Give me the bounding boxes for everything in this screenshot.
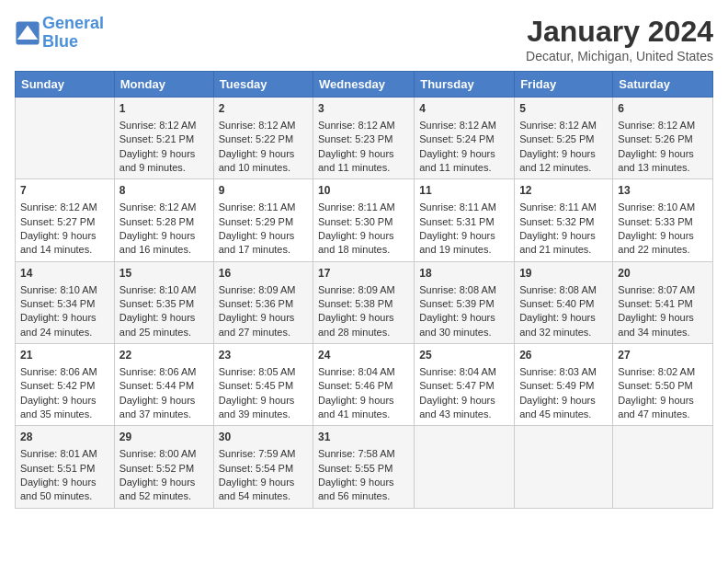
day-number: 27 [618, 348, 708, 363]
day-number: 23 [219, 348, 308, 363]
calendar-cell: 5Sunrise: 8:12 AMSunset: 5:25 PMDaylight… [515, 98, 613, 179]
cell-text: Sunrise: 7:59 AM [219, 447, 308, 461]
cell-text: Sunrise: 8:12 AM [119, 201, 209, 214]
day-number: 25 [419, 348, 509, 363]
calendar-week-row: 1Sunrise: 8:12 AMSunset: 5:21 PMDaylight… [16, 98, 713, 179]
cell-text: Daylight: 9 hours [20, 476, 109, 489]
calendar-cell: 13Sunrise: 8:10 AMSunset: 5:33 PMDayligh… [613, 179, 713, 261]
cell-text: and 16 minutes. [119, 243, 209, 257]
cell-text: Sunrise: 8:12 AM [618, 119, 708, 132]
cell-text: Sunset: 5:51 PM [20, 462, 109, 476]
calendar-cell: 10Sunrise: 8:11 AMSunset: 5:30 PMDayligh… [313, 179, 415, 261]
cell-text: Sunset: 5:24 PM [419, 132, 509, 146]
day-number: 26 [519, 348, 608, 363]
calendar-cell: 22Sunrise: 8:06 AMSunset: 5:44 PMDayligh… [114, 344, 213, 426]
calendar-cell: 4Sunrise: 8:12 AMSunset: 5:24 PMDaylight… [415, 98, 515, 179]
cell-text: and 11 minutes. [419, 161, 509, 175]
cell-text: and 25 minutes. [119, 326, 209, 339]
cell-text: and 50 minutes. [20, 489, 109, 503]
day-number: 18 [419, 266, 509, 282]
calendar-cell: 14Sunrise: 8:10 AMSunset: 5:34 PMDayligh… [16, 261, 115, 343]
day-number: 21 [20, 348, 109, 363]
calendar-cell: 2Sunrise: 8:12 AMSunset: 5:22 PMDaylight… [213, 98, 313, 179]
day-number: 2 [219, 101, 308, 117]
cell-text: Daylight: 9 hours [318, 311, 409, 325]
calendar-cell: 8Sunrise: 8:12 AMSunset: 5:28 PMDaylight… [114, 179, 213, 261]
cell-text: and 13 minutes. [618, 161, 708, 175]
cell-text: Daylight: 9 hours [618, 394, 708, 408]
cell-text: Sunrise: 8:02 AM [618, 365, 708, 379]
cell-text: and 27 minutes. [219, 326, 308, 339]
cell-text: and 35 minutes. [20, 408, 109, 421]
day-of-week-header: Friday [515, 72, 613, 98]
calendar-week-row: 7Sunrise: 8:12 AMSunset: 5:27 PMDaylight… [16, 179, 713, 261]
cell-text: Daylight: 9 hours [519, 394, 608, 408]
cell-text: Daylight: 9 hours [119, 394, 209, 408]
cell-text: Sunset: 5:55 PM [318, 462, 409, 476]
calendar-cell: 7Sunrise: 8:12 AMSunset: 5:27 PMDaylight… [16, 179, 115, 261]
cell-text: and 24 minutes. [20, 326, 109, 339]
day-number: 16 [219, 266, 308, 282]
cell-text: Sunrise: 8:08 AM [419, 283, 509, 297]
cell-text: and 18 minutes. [318, 243, 409, 257]
cell-text: Sunset: 5:32 PM [519, 215, 608, 229]
calendar-cell: 24Sunrise: 8:04 AMSunset: 5:46 PMDayligh… [313, 344, 415, 426]
logo-line1: General [42, 14, 104, 32]
cell-text: Sunrise: 8:07 AM [618, 283, 708, 297]
cell-text: Daylight: 9 hours [419, 311, 509, 325]
day-number: 8 [119, 183, 209, 199]
cell-text: Daylight: 9 hours [618, 229, 708, 243]
cell-text: Daylight: 9 hours [519, 311, 608, 325]
calendar-body: 1Sunrise: 8:12 AMSunset: 5:21 PMDaylight… [16, 98, 713, 509]
cell-text: Sunset: 5:28 PM [119, 215, 209, 229]
calendar-week-row: 21Sunrise: 8:06 AMSunset: 5:42 PMDayligh… [16, 344, 713, 426]
cell-text: Sunset: 5:41 PM [618, 297, 708, 311]
cell-text: Sunset: 5:45 PM [219, 379, 308, 393]
cell-text: Sunrise: 8:01 AM [20, 447, 109, 461]
cell-text: and 30 minutes. [419, 326, 509, 339]
logo: General Blue [15, 15, 104, 52]
day-of-week-header: Sunday [16, 72, 115, 98]
day-of-week-header: Thursday [415, 72, 515, 98]
cell-text: Sunset: 5:29 PM [219, 215, 308, 229]
calendar-cell: 11Sunrise: 8:11 AMSunset: 5:31 PMDayligh… [415, 179, 515, 261]
cell-text: Sunrise: 8:00 AM [119, 447, 209, 461]
cell-text: Sunset: 5:34 PM [20, 297, 109, 311]
day-number: 20 [618, 266, 708, 282]
calendar-cell: 12Sunrise: 8:11 AMSunset: 5:32 PMDayligh… [515, 179, 613, 261]
calendar-cell: 19Sunrise: 8:08 AMSunset: 5:40 PMDayligh… [515, 261, 613, 343]
calendar-cell [613, 426, 713, 508]
cell-text: Daylight: 9 hours [119, 147, 209, 161]
calendar-cell: 28Sunrise: 8:01 AMSunset: 5:51 PMDayligh… [16, 426, 115, 508]
cell-text: Sunrise: 8:12 AM [419, 119, 509, 132]
cell-text: Daylight: 9 hours [20, 311, 109, 325]
cell-text: Daylight: 9 hours [20, 394, 109, 408]
cell-text: Sunrise: 8:05 AM [219, 365, 308, 379]
cell-text: Sunrise: 7:58 AM [318, 447, 409, 461]
cell-text: Daylight: 9 hours [618, 147, 708, 161]
cell-text: Daylight: 9 hours [219, 147, 308, 161]
cell-text: Daylight: 9 hours [119, 476, 209, 489]
cell-text: Sunset: 5:31 PM [419, 215, 509, 229]
cell-text: Sunrise: 8:12 AM [519, 119, 608, 132]
cell-text: Sunrise: 8:11 AM [419, 201, 509, 214]
subtitle: Decatur, Michigan, United States [526, 49, 713, 63]
day-number: 1 [119, 101, 209, 117]
day-number: 31 [318, 430, 409, 445]
calendar-cell [16, 98, 115, 179]
cell-text: and 37 minutes. [119, 408, 209, 421]
cell-text: Sunrise: 8:06 AM [119, 365, 209, 379]
cell-text: Sunset: 5:38 PM [318, 297, 409, 311]
cell-text: and 45 minutes. [519, 408, 608, 421]
cell-text: Sunset: 5:22 PM [219, 132, 308, 146]
day-number: 19 [519, 266, 608, 282]
cell-text: Sunset: 5:49 PM [519, 379, 608, 393]
day-number: 14 [20, 266, 109, 282]
cell-text: Sunset: 5:35 PM [119, 297, 209, 311]
day-number: 30 [219, 430, 308, 445]
calendar-cell: 6Sunrise: 8:12 AMSunset: 5:26 PMDaylight… [613, 98, 713, 179]
cell-text: Sunrise: 8:03 AM [519, 365, 608, 379]
cell-text: and 39 minutes. [219, 408, 308, 421]
day-number: 28 [20, 430, 109, 445]
calendar-cell: 25Sunrise: 8:04 AMSunset: 5:47 PMDayligh… [415, 344, 515, 426]
